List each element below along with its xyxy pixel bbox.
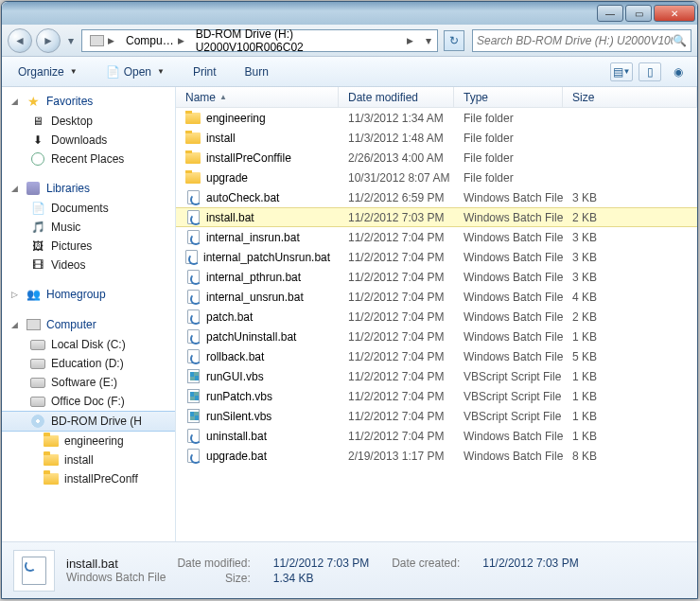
file-row[interactable]: installPreConffile 2/26/2013 4:00 AM Fil… bbox=[176, 148, 697, 168]
file-type: Windows Batch File bbox=[454, 450, 563, 463]
folder-icon bbox=[185, 131, 201, 146]
details-filetype: Windows Batch File bbox=[66, 571, 166, 584]
file-row[interactable]: engineering 11/3/2012 1:34 AM File folde… bbox=[176, 108, 697, 128]
chevron-right-icon[interactable]: ▶ bbox=[108, 36, 114, 45]
tree-item-drive[interactable]: Software (E:) bbox=[2, 373, 175, 392]
file-row[interactable]: internal_pthrun.bat 11/2/2012 7:04 PM Wi… bbox=[176, 267, 697, 287]
file-row[interactable]: install.bat 11/2/2012 7:03 PM Windows Ba… bbox=[176, 207, 697, 227]
forward-button[interactable]: ► bbox=[36, 28, 61, 53]
tree-item-downloads[interactable]: ⬇ Downloads bbox=[2, 131, 175, 150]
file-row[interactable]: runGUI.vbs 11/2/2012 7:04 PM VBScript Sc… bbox=[176, 366, 697, 386]
file-row[interactable]: uninstall.bat 11/2/2012 7:04 PM Windows … bbox=[176, 426, 697, 446]
refresh-button[interactable]: ↻ bbox=[444, 30, 464, 51]
file-date: 11/2/2012 7:04 PM bbox=[339, 310, 454, 324]
address-bar[interactable]: ▶ Compu… ▶ BD-ROM Drive (H:) U2000V100R0… bbox=[81, 29, 438, 52]
file-type: VBScript Script File bbox=[454, 370, 563, 383]
tree-item-drive[interactable]: Office Doc (F:) bbox=[2, 392, 175, 411]
file-row[interactable]: internal_insrun.bat 11/2/2012 7:04 PM Wi… bbox=[176, 227, 697, 247]
open-button[interactable]: 📄 Open▼ bbox=[97, 62, 173, 82]
col-name[interactable]: Name▲ bbox=[176, 87, 339, 107]
file-size: 1 KB bbox=[563, 370, 697, 383]
tree-item-folder[interactable]: installPreConff bbox=[2, 469, 175, 488]
burn-button[interactable]: Burn bbox=[236, 62, 277, 82]
file-row[interactable]: autoCheck.bat 11/2/2012 6:59 PM Windows … bbox=[176, 187, 697, 207]
history-dropdown-button[interactable]: ▾ bbox=[64, 28, 78, 53]
file-name: patch.bat bbox=[206, 310, 253, 324]
maximize-button[interactable]: ▭ bbox=[625, 5, 652, 22]
computer-header[interactable]: ◢ Computer bbox=[2, 314, 175, 335]
computer-group: ◢ Computer Local Disk (C:) Education (D:… bbox=[2, 314, 175, 488]
file-row[interactable]: upgrade.bat 2/19/2013 1:17 PM Windows Ba… bbox=[176, 446, 697, 466]
col-size[interactable]: Size bbox=[563, 87, 697, 107]
file-size: 2 KB bbox=[563, 310, 697, 324]
breadcrumb-drive[interactable]: BD-ROM Drive (H:) U2000V100R006C02 ▶ bbox=[191, 30, 418, 51]
chevron-right-icon[interactable]: ▶ bbox=[178, 36, 184, 45]
file-date: 11/2/2012 7:04 PM bbox=[339, 350, 454, 363]
back-button[interactable]: ◄ bbox=[8, 28, 32, 53]
collapse-icon[interactable]: ◢ bbox=[9, 184, 20, 194]
print-button[interactable]: Print bbox=[184, 62, 225, 82]
col-date[interactable]: Date modified bbox=[339, 87, 454, 107]
tree-item-folder[interactable]: engineering bbox=[2, 432, 175, 451]
tree-item-bdrom[interactable]: BD-ROM Drive (H bbox=[2, 411, 175, 432]
titlebar[interactable]: — ▭ ✕ bbox=[2, 2, 697, 25]
file-row[interactable]: runSilent.vbs 11/2/2012 7:04 PM VBScript… bbox=[176, 406, 697, 426]
details-pane: install.bat Windows Batch File Date modi… bbox=[2, 541, 697, 598]
minimize-button[interactable]: — bbox=[597, 5, 623, 22]
tree-item-folder[interactable]: install bbox=[2, 451, 175, 469]
libraries-icon bbox=[26, 181, 41, 196]
collapse-icon[interactable]: ◢ bbox=[9, 320, 20, 330]
file-type: Windows Batch File bbox=[454, 350, 563, 363]
file-name: runSilent.vbs bbox=[206, 410, 271, 423]
tree-item-label: Downloads bbox=[51, 133, 107, 147]
details-modified-value: 11/2/2012 7:03 PM bbox=[273, 557, 369, 570]
file-list-pane[interactable]: Name▲ Date modified Type Size engineerin… bbox=[176, 87, 697, 541]
file-size: 1 KB bbox=[563, 430, 697, 443]
bat-icon bbox=[185, 429, 201, 444]
close-button[interactable]: ✕ bbox=[654, 5, 695, 22]
file-row[interactable]: internal_unsrun.bat 11/2/2012 7:04 PM Wi… bbox=[176, 287, 697, 307]
tree-item-label: Videos bbox=[51, 258, 85, 272]
homegroup-header[interactable]: ▷ 👥 Homegroup bbox=[2, 284, 175, 305]
preview-pane-button[interactable]: ▯ bbox=[639, 62, 661, 81]
collapse-icon[interactable]: ◢ bbox=[9, 97, 20, 107]
file-date: 11/2/2012 7:04 PM bbox=[339, 330, 454, 344]
help-button[interactable]: ◉ bbox=[667, 62, 690, 81]
tree-item-drive[interactable]: Local Disk (C:) bbox=[2, 335, 175, 354]
libraries-header[interactable]: ◢ Libraries bbox=[2, 178, 175, 199]
breadcrumb-computer[interactable]: Compu… ▶ bbox=[121, 30, 189, 51]
tree-item-desktop[interactable]: 🖥 Desktop bbox=[2, 112, 175, 131]
file-row[interactable]: upgrade 10/31/2012 8:07 AM File folder bbox=[176, 168, 697, 187]
tree-item-recent places[interactable]: Recent Places bbox=[2, 150, 175, 168]
file-row[interactable]: internal_patchUnsrun.bat 11/2/2012 7:04 … bbox=[176, 247, 697, 267]
item-icon bbox=[30, 151, 45, 167]
file-row[interactable]: patchUninstall.bat 11/2/2012 7:04 PM Win… bbox=[176, 327, 697, 346]
chevron-right-icon[interactable]: ▶ bbox=[407, 36, 413, 45]
file-row[interactable]: runPatch.vbs 11/2/2012 7:04 PM VBScript … bbox=[176, 386, 697, 406]
col-type[interactable]: Type bbox=[454, 87, 563, 107]
address-dropdown-icon[interactable]: ▾ bbox=[422, 34, 435, 47]
search-input[interactable] bbox=[477, 34, 673, 47]
change-view-button[interactable]: ▤ ▼ bbox=[610, 62, 633, 81]
folder-icon bbox=[185, 150, 201, 166]
file-type: Windows Batch File bbox=[454, 271, 563, 284]
navigation-pane[interactable]: ◢ ★ Favorites 🖥 Desktop ⬇ Downloads Rece… bbox=[2, 87, 176, 541]
tree-item-label: Office Doc (F:) bbox=[51, 395, 125, 408]
tree-item-documents[interactable]: 📄 Documents bbox=[2, 199, 175, 218]
favorites-header[interactable]: ◢ ★ Favorites bbox=[2, 91, 175, 112]
file-row[interactable]: rollback.bat 11/2/2012 7:04 PM Windows B… bbox=[176, 346, 697, 366]
tree-item-drive[interactable]: Education (D:) bbox=[2, 354, 175, 373]
folder-icon bbox=[44, 433, 59, 449]
breadcrumb-root[interactable]: ▶ bbox=[84, 30, 119, 51]
tree-item-pictures[interactable]: 🖼 Pictures bbox=[2, 237, 175, 256]
search-box[interactable]: 🔍 bbox=[472, 29, 691, 52]
file-row[interactable]: patch.bat 11/2/2012 7:04 PM Windows Batc… bbox=[176, 307, 697, 327]
expand-icon[interactable]: ▷ bbox=[9, 290, 20, 300]
file-row[interactable]: install 11/3/2012 1:48 AM File folder bbox=[176, 128, 697, 148]
file-type: Windows Batch File bbox=[454, 310, 563, 324]
tree-item-videos[interactable]: 🎞 Videos bbox=[2, 256, 175, 274]
search-icon[interactable]: 🔍 bbox=[673, 34, 687, 47]
file-date: 11/2/2012 7:04 PM bbox=[339, 430, 454, 443]
organize-button[interactable]: Organize▼ bbox=[9, 62, 86, 82]
tree-item-music[interactable]: 🎵 Music bbox=[2, 218, 175, 237]
